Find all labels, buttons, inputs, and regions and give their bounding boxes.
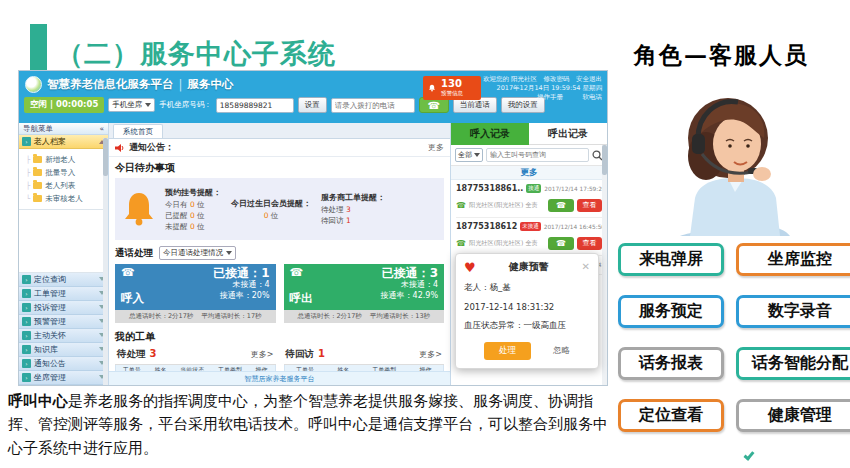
- view-button[interactable]: 查看: [577, 199, 602, 212]
- call-in-card: ☎ 呼入 已接通：1 未接通：4 接通率：20% 总通话时长：2分17秒 平均通…: [115, 264, 276, 323]
- chevron-down-icon: [474, 153, 480, 157]
- callback-button[interactable]: ☎: [548, 237, 574, 250]
- customer-service-photo: [640, 86, 828, 236]
- alert-badge[interactable]: 130 预警信息: [423, 76, 481, 100]
- sidebar-group[interactable]: ›工单管理: [19, 287, 108, 301]
- feature-button[interactable]: 来电弹屏: [618, 243, 724, 276]
- role-title: 角色—客服人员: [634, 40, 809, 71]
- sidebar-group-elder-archive[interactable]: › 老人档案: [19, 135, 108, 149]
- health-alert-popup: ♥ 健康预警 ✕ 老人：杨_基 2017-12-14 18:31:32 血压状态…: [455, 253, 599, 369]
- popup-title: 健康预警: [476, 260, 582, 274]
- arrow-icon: ›: [22, 331, 31, 340]
- feature-button[interactable]: 数字录音: [736, 295, 850, 328]
- seat-type-value: 手机坐席: [112, 100, 142, 110]
- chevron-down-icon: [145, 103, 151, 107]
- callback-button[interactable]: ☎: [548, 199, 574, 212]
- folder-icon: [33, 195, 42, 202]
- sidebar-scroll-thumb[interactable]: [103, 138, 108, 176]
- arrow-icon: ›: [22, 275, 31, 284]
- seat-type-select[interactable]: 手机坐席: [108, 98, 155, 112]
- sidebar-item[interactable]: ├批量导入: [26, 166, 106, 179]
- seat-number-input[interactable]: [216, 98, 294, 113]
- sidebar-item[interactable]: ├新增老人: [26, 153, 106, 166]
- decorative-check-icon: [743, 449, 754, 461]
- status-badge: 未接通: [520, 222, 541, 231]
- phone-out-icon: ☎: [290, 266, 304, 279]
- call-filter-select[interactable]: 今日通话处理情况: [159, 246, 236, 260]
- notice-more-link[interactable]: 更多: [428, 142, 444, 153]
- sidebar-group[interactable]: ›坐席管理: [19, 371, 108, 385]
- dial-input[interactable]: [331, 98, 415, 113]
- app-subtitle: 服务中心: [187, 77, 233, 92]
- record-filter-select[interactable]: 全部: [455, 148, 483, 162]
- notice-label: 通知公告：: [129, 141, 174, 154]
- tab-call-out-records[interactable]: 呼出记录: [529, 123, 607, 145]
- folder-icon: [33, 169, 42, 176]
- ignore-button[interactable]: 忽略: [553, 345, 570, 357]
- feature-button[interactable]: 坐席监控: [736, 243, 850, 276]
- feature-button[interactable]: 定位查看: [618, 399, 724, 432]
- pending-more-link[interactable]: 更多>: [251, 349, 274, 360]
- sidebar-group[interactable]: ›定位查询: [19, 273, 108, 287]
- sidebar-filler: [19, 210, 108, 272]
- phone-icon: ☎: [428, 100, 440, 111]
- app-logo-icon: [25, 76, 42, 93]
- alert-time-line: 2017-12-14 18:31:32: [464, 302, 590, 312]
- incoming-call-icon: ☎: [456, 240, 466, 248]
- seat-number-label: 手机坐席号码：: [159, 100, 212, 110]
- sidebar-group[interactable]: ›预警管理: [19, 315, 108, 329]
- sidebar-group[interactable]: ›知识库: [19, 343, 108, 357]
- call-in-label: 呼入: [121, 291, 144, 306]
- collapse-icon[interactable]: «: [99, 124, 104, 133]
- arrow-icon: ›: [22, 359, 31, 368]
- alert-status-line: 血压状态异常：一级高血压: [464, 320, 590, 332]
- header-user-area: 欢迎您的 阳光社区 修改密码 安全退出 2017年12月14日 19:59:54…: [483, 75, 602, 102]
- view-button[interactable]: 查看: [577, 237, 602, 250]
- app-screenshot: 智慧养老信息化服务平台 | 服务中心 130 预警信息 欢迎您的 阳光社区 修改…: [18, 70, 608, 386]
- folder-icon: [33, 182, 42, 189]
- feature-button[interactable]: 健康管理: [736, 399, 850, 432]
- sidebar-item[interactable]: ├老人列表: [26, 179, 106, 192]
- reminder-appointment: 预约挂号提醒： 今日有 0 位 已提醒 0 位 未提醒 0 位: [165, 187, 221, 232]
- tab-call-in-records[interactable]: 呼入记录: [451, 123, 529, 145]
- app-footer: 智慧居家养老服务平台: [109, 371, 450, 385]
- feature-button[interactable]: 话务智能分配: [736, 347, 850, 380]
- header-links[interactable]: 操作手册 软电话: [483, 93, 602, 102]
- elder-name-line: 老人：杨_基: [464, 282, 590, 294]
- sidebar-group[interactable]: ›投诉管理: [19, 301, 108, 315]
- records-scroll-thumb[interactable]: [602, 145, 607, 175]
- caller-search-input[interactable]: [486, 148, 589, 162]
- slide: （二）服务中心子系统 角色—客服人员 来电弹屏 坐席监控 服务预定: [0, 0, 850, 468]
- tab-home[interactable]: 系统首页: [113, 124, 163, 138]
- tree-line: └: [26, 195, 30, 203]
- records-scrollbar[interactable]: [602, 145, 607, 385]
- app-title: 智慧养老信息化服务平台: [47, 77, 174, 92]
- feature-button[interactable]: 话务报表: [618, 347, 724, 380]
- phone-in-icon: ☎: [121, 266, 135, 279]
- incoming-call-icon: ☎: [456, 202, 466, 210]
- reminder-provider: 服务商工单提醒： 待处理 3 待回访 1: [321, 192, 385, 226]
- alert-count: 130: [441, 79, 463, 89]
- close-icon[interactable]: ✕: [582, 262, 590, 272]
- callback-more-link[interactable]: 更多>: [419, 349, 442, 360]
- status-badge: 接通: [526, 184, 541, 193]
- heart-icon: ♥: [464, 261, 476, 274]
- workorder-title: 我的工单: [109, 323, 450, 346]
- description-paragraph: 呼叫中心是养老服务的指挥调度中心，为整个智慧养老提供服务嫁接、服务调度、协调指挥…: [8, 390, 620, 460]
- settings-button[interactable]: 设置: [298, 97, 327, 113]
- handle-button[interactable]: 处理: [484, 342, 531, 360]
- feature-button[interactable]: 服务预定: [618, 295, 724, 328]
- arrow-icon: ›: [22, 137, 31, 146]
- sidebar-group[interactable]: ›通知公告: [19, 357, 108, 371]
- call-out-label: 呼出: [290, 291, 313, 306]
- call-record-panel: 呼入记录 呼出记录 全部 更多 18775318861..: [451, 123, 607, 385]
- tab-bar: 系统首页: [109, 123, 450, 139]
- user-links[interactable]: 欢迎您的 阳光社区 修改密码 安全退出: [483, 75, 602, 84]
- sidebar-title: 导航菜单: [23, 124, 53, 134]
- records-more-link[interactable]: 更多: [451, 166, 607, 180]
- sidebar-item[interactable]: └未审核老人: [26, 192, 106, 205]
- sidebar-children: ├新增老人 ├批量导入 ├老人列表 └未审核老人: [19, 149, 108, 210]
- bell-icon: [123, 191, 155, 227]
- sidebar-group[interactable]: ›主动关怀: [19, 329, 108, 343]
- title-divider: |: [179, 78, 183, 92]
